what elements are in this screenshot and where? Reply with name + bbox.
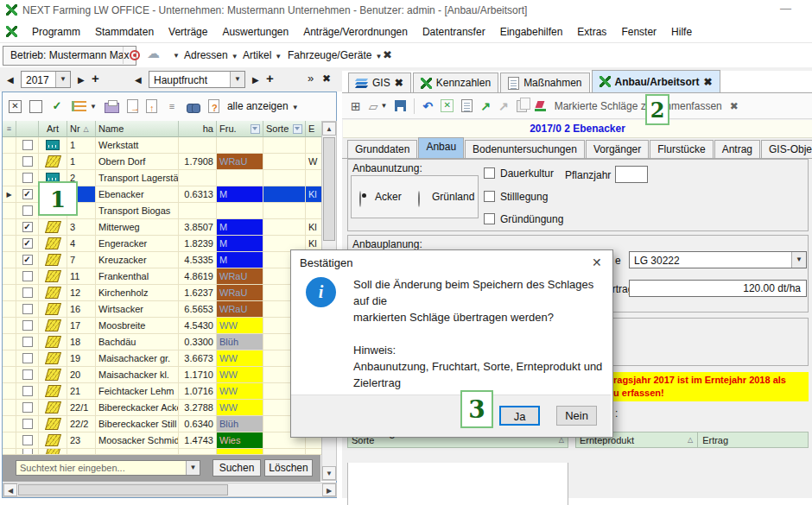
header-sorte[interactable]: Sorte — [263, 121, 306, 137]
row-checkbox-cell[interactable]: ✓ — [16, 219, 39, 236]
filter-list-icon[interactable] — [72, 101, 86, 111]
cancel-doc-icon[interactable]: ✕ — [441, 99, 454, 112]
pflanzjahr-input[interactable] — [615, 166, 648, 183]
table-row[interactable]: 16Wirtsacker6.5653WRaU — [3, 301, 321, 318]
table-row[interactable]: 18Bachdäu0.3300Blüh — [3, 334, 321, 350]
table-row[interactable]: 12Kirchenholz1.6237WRaU — [3, 285, 321, 301]
row-checkbox-cell[interactable] — [16, 137, 39, 154]
row-checkbox-cell[interactable] — [16, 301, 39, 318]
row-checkbox[interactable] — [22, 271, 33, 281]
clear-button[interactable]: Löschen — [264, 459, 313, 477]
row-checkbox-cell[interactable] — [16, 400, 39, 416]
show-all-dropdown[interactable]: alle anzeigen▼ — [227, 100, 299, 112]
sorte-grid-body[interactable]: Keine Daten — [347, 463, 568, 505]
row-checkbox[interactable] — [22, 304, 33, 314]
export-icon[interactable]: → — [127, 99, 138, 113]
row-checkbox-cell[interactable] — [16, 154, 39, 170]
table-row[interactable]: ✓3Mitterweg3.8507MKl — [3, 219, 321, 236]
apply-selection-icon[interactable]: ✓ — [50, 99, 64, 113]
header-ha[interactable]: ha — [179, 121, 217, 137]
row-checkbox[interactable] — [22, 320, 33, 331]
row-checkbox-cell[interactable] — [16, 416, 39, 432]
grid-menu-icon[interactable]: ≡ — [7, 124, 11, 133]
cloud-dropdown-caret[interactable]: ▼ — [173, 52, 180, 60]
filter-funnel-icon[interactable] — [251, 124, 260, 134]
row-checkbox-cell[interactable] — [16, 432, 39, 449]
year-add-icon[interactable]: + — [92, 71, 99, 85]
zielertrag-input[interactable]: 120.00 dt/ha — [629, 280, 807, 297]
scroll-down-icon[interactable]: ▼ — [322, 466, 336, 480]
dialog-close-icon[interactable]: ✕ — [592, 256, 602, 269]
view-combo[interactable]: Hauptfrucht ▼ — [149, 71, 245, 88]
table-row[interactable]: ✓4Engeracker1.8239MKl — [3, 236, 321, 252]
fahrzeuge-dropdown[interactable]: Fahrzeuge/Geräte▼ — [288, 49, 382, 61]
menu-item-datentransfer[interactable]: Datentransfer — [422, 26, 485, 38]
table-row[interactable]: 1Werkstatt — [3, 137, 321, 154]
undo-icon[interactable]: ↶ — [422, 99, 433, 113]
menu-item-antr-ge-verordnungen[interactable]: Anträge/Verordnungen — [303, 26, 408, 38]
view-prev-icon[interactable]: ◀ — [135, 75, 142, 85]
sorte-combo[interactable]: LG 30222 ▼ — [629, 251, 807, 268]
select-none-icon[interactable] — [29, 100, 42, 113]
row-checkbox-cell[interactable] — [16, 367, 39, 383]
table-row-partial[interactable] — [3, 449, 321, 455]
table-row[interactable]: 22/1Bibereckacker Acke3.2788WW — [3, 400, 321, 416]
table-row[interactable]: 11Frankenthal4.8619WRaU — [3, 268, 321, 285]
row-checkbox[interactable] — [22, 205, 33, 216]
header-nr[interactable]: Nr△ — [67, 121, 96, 137]
cloud-sync-icon[interactable]: ☁ — [147, 46, 160, 61]
menu-item-fenster[interactable]: Fenster — [621, 26, 657, 38]
menu-item-eingabehilfen[interactable]: Eingabehilfen — [500, 26, 563, 38]
row-checkbox-cell[interactable] — [16, 318, 39, 334]
sorte-caret-icon[interactable]: ▼ — [791, 252, 806, 268]
scroll-right-icon[interactable]: ▶ — [322, 483, 336, 496]
row-checkbox-cell[interactable] — [16, 170, 39, 186]
row-checkbox-cell[interactable] — [16, 285, 39, 301]
new-doc-icon[interactable] — [461, 99, 473, 112]
gruenland-radio[interactable] — [418, 191, 420, 207]
menu-item-programm[interactable]: Programm — [32, 26, 80, 38]
row-checkbox[interactable] — [22, 353, 33, 363]
table-row[interactable]: ✓7Kreuzacker4.5335M — [3, 252, 321, 268]
scroll-left-icon[interactable]: ◀ — [3, 483, 17, 496]
row-checkbox[interactable] — [22, 140, 33, 150]
year-next-icon[interactable]: ▶ — [78, 75, 85, 85]
row-checkbox[interactable] — [22, 386, 33, 396]
tab-ma-nahmen[interactable]: Maßnahmen — [500, 73, 589, 92]
betrieb-button[interactable]: Betrieb: Mustermann Max — [3, 46, 136, 66]
row-checkbox-cell[interactable]: ✓ — [16, 252, 39, 268]
row-checkbox[interactable] — [22, 173, 33, 183]
tab-kennzahlen[interactable]: Kennzahlen — [413, 73, 498, 92]
subtab-antrag[interactable]: Antrag — [714, 140, 760, 158]
row-checkbox-cell[interactable]: ✓ — [16, 186, 39, 203]
adressen-dropdown[interactable]: Adressen▼ — [184, 49, 238, 61]
view-add-icon[interactable]: + — [266, 71, 274, 85]
marker-pen-icon[interactable] — [535, 101, 547, 111]
header-e[interactable]: E — [306, 121, 321, 137]
h-scrollbar[interactable]: ◀ ▶ — [3, 483, 337, 497]
header-row-indicator[interactable]: ≡ — [3, 121, 16, 137]
import-icon[interactable]: ↑ — [146, 99, 157, 113]
expand-icon[interactable]: ⊞ — [351, 99, 361, 113]
polygon-caret-icon[interactable]: ▼ — [381, 102, 388, 110]
select-all-icon[interactable]: ✕ — [9, 100, 22, 113]
gruenduengung-checkbox[interactable] — [484, 213, 495, 224]
row-checkbox-cell[interactable] — [16, 334, 39, 350]
row-checkbox[interactable]: ✓ — [22, 189, 33, 199]
tab-gis[interactable]: GIS✖ — [348, 73, 411, 92]
search-caret-icon[interactable]: ▼ — [186, 461, 200, 475]
save-icon[interactable] — [395, 100, 406, 111]
polygon-icon[interactable]: ▱ — [369, 99, 378, 113]
help-doc-icon[interactable]: ? — [208, 99, 219, 113]
row-checkbox[interactable]: ✓ — [22, 255, 33, 265]
table-row[interactable]: 1Obern Dorf1.7908WRaUW — [3, 154, 321, 170]
dauerkultur-checkbox[interactable] — [484, 167, 495, 179]
no-button[interactable]: Nein — [556, 406, 597, 426]
table-row[interactable]: 19Maisachacker gr.3.6673WW — [3, 350, 321, 367]
minimize-icon[interactable]: — — [780, 2, 791, 15]
scroll-thumb[interactable] — [323, 137, 335, 241]
row-checkbox-cell[interactable] — [16, 350, 39, 367]
record-icon[interactable] — [130, 50, 140, 60]
menu-item-hilfe[interactable]: Hilfe — [671, 26, 692, 38]
year-combo[interactable]: 2017 ▼ — [21, 71, 71, 88]
